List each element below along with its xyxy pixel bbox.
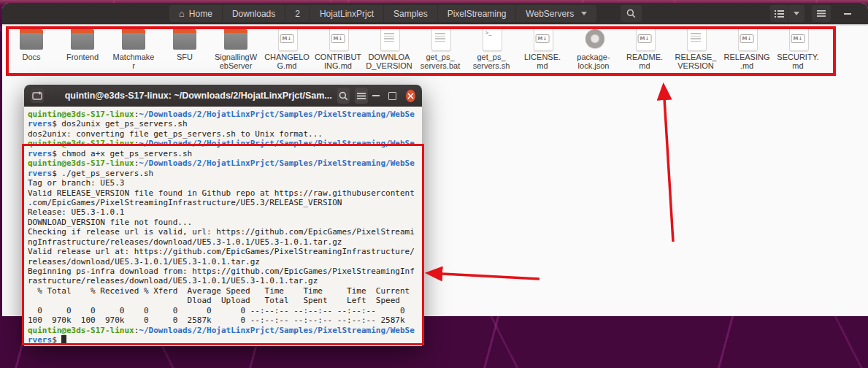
terminal-line: Checking if release url is valid, url: h…: [28, 227, 418, 237]
terminal-line: 0 0 0 0 0 0 0 0 --:--:-- --:--:-- --:--:…: [28, 306, 418, 315]
file-item-SECURITY.md[interactable]: M↓SECURITY. md: [772, 26, 823, 70]
file-item-RELEASING.md[interactable]: M↓RELEASING .md: [721, 26, 772, 70]
file-label: README. md: [619, 53, 670, 70]
terminal-line: rvers$ ./get_ps_servers.sh: [28, 169, 418, 178]
terminal-line: DOWNLOAD_VERSION file not found...: [28, 218, 418, 227]
close-icon: [407, 93, 414, 99]
text-file-icon: [426, 26, 455, 51]
terminal-title: quintin@e3ds-S17-linux: ~/Downloads/2/Ho…: [65, 91, 332, 101]
file-label: LICENSE. md: [517, 53, 568, 70]
home-icon: ⌂: [179, 9, 185, 18]
breadcrumb-label: WebServers: [526, 9, 574, 19]
minimize-icon: [844, 13, 851, 15]
file-label: get_ps_ servers.bat: [415, 53, 466, 70]
menu-icon: [817, 10, 826, 17]
markdown-badge: M↓: [740, 34, 754, 43]
file-label: get_ps_ servers.sh: [466, 53, 517, 70]
file-item-LICENSE.md[interactable]: M↓LICENSE. md: [517, 26, 568, 70]
terminal-line: 100 970k 100 970k 0 0 2587k 0 --:--:-- -…: [28, 315, 418, 325]
breadcrumb-item-samples[interactable]: Samples: [384, 5, 437, 22]
terminal-line: Valid release url at: https://github.com…: [28, 247, 418, 256]
markdown-file-icon: M↓: [528, 26, 557, 51]
text-file-icon: [375, 26, 404, 51]
file-grid: DocsFrontendMatchmake rSFUSignallingW eb…: [6, 26, 823, 70]
shell-file-icon: >_: [477, 26, 506, 51]
file-item-CONTRIBUTING.md[interactable]: M↓CONTRIBUT ING.md: [312, 26, 364, 70]
new-tab-icon: [32, 91, 42, 100]
markdown-badge: M↓: [280, 34, 294, 43]
file-item-get_ps_servers.sh[interactable]: >_get_ps_ servers.sh: [466, 26, 517, 70]
breadcrumb: ⌂HomeDownloads2HojatLinxPrjctSamplesPixe…: [169, 5, 596, 22]
file-item-Docs[interactable]: Docs: [6, 26, 57, 70]
terminal-line: quintin@e3ds-S17-linux:~/Downloads/2/Hoj…: [28, 110, 418, 119]
markdown-file-icon: M↓: [630, 26, 659, 51]
terminal-titlebar: quintin@e3ds-S17-linux: ~/Downloads/2/Ho…: [24, 85, 422, 107]
breadcrumb-item-2[interactable]: 2: [285, 5, 310, 22]
file-label: CONTRIBUT ING.md: [312, 53, 364, 70]
terminal-line: .com/EpicGames/PixelStreamingInfrastruct…: [28, 198, 418, 207]
search-button[interactable]: [621, 5, 642, 22]
file-item-RELEASE_VERSION[interactable]: RELEASE_ VERSION: [670, 26, 721, 70]
file-label: Matchmake r: [108, 53, 159, 70]
terminal-line: Dload Upload Total Spent Left Speed: [28, 296, 418, 305]
folder-icon: [119, 26, 148, 51]
terminal-line: Beginning ps-infra download from: https:…: [28, 267, 418, 276]
shell-badge: >_: [485, 30, 491, 36]
text-file-icon: [681, 26, 710, 51]
terminal-cursor: [61, 335, 66, 344]
file-item-Matchmaker[interactable]: Matchmake r: [108, 26, 159, 70]
markdown-file-icon: M↓: [783, 26, 813, 51]
window-maximize-button[interactable]: [864, 5, 868, 22]
menu-button[interactable]: [812, 5, 831, 22]
file-label: SignallingW ebServer: [210, 53, 261, 70]
file-label: Docs: [6, 53, 57, 62]
terminal-line: rvers$: [28, 335, 418, 345]
markdown-file-icon: M↓: [272, 26, 302, 51]
maximize-icon: [388, 92, 396, 100]
window-minimize-button[interactable]: [840, 5, 856, 22]
terminal-maximize-button[interactable]: [384, 88, 400, 104]
minimize-icon: [372, 95, 380, 96]
file-item-Frontend[interactable]: Frontend: [57, 26, 108, 70]
file-label: RELEASING .md: [721, 53, 772, 70]
terminal-output[interactable]: quintin@e3ds-S17-linux:~/Downloads/2/Hoj…: [24, 107, 422, 346]
terminal-window: quintin@e3ds-S17-linux: ~/Downloads/2/Ho…: [24, 85, 422, 346]
terminal-minimize-button[interactable]: [368, 88, 384, 104]
file-item-DOWNLOAD_VERSION[interactable]: DOWNLOA D_VERSION: [364, 26, 415, 70]
file-item-package-lock.json[interactable]: package- lock.json: [568, 26, 619, 70]
caret-down-icon: [581, 12, 587, 15]
new-tab-button[interactable]: [31, 88, 44, 103]
terminal-search-button[interactable]: [337, 88, 350, 104]
markdown-badge: M↓: [791, 34, 805, 43]
breadcrumb-label: Samples: [393, 9, 428, 19]
breadcrumb-item-home[interactable]: ⌂Home: [169, 5, 222, 22]
folder-icon: [170, 26, 199, 51]
search-icon: [626, 9, 636, 18]
terminal-line: Valid RELEASE_VERSION file found in Gith…: [28, 188, 418, 198]
file-item-SignallingWebServer[interactable]: SignallingW ebServer: [210, 26, 261, 70]
breadcrumb-item-downloads[interactable]: Downloads: [223, 5, 285, 22]
breadcrumb-label: Downloads: [232, 9, 275, 19]
terminal-line: quintin@e3ds-S17-linux:~/Downloads/2/Hoj…: [28, 139, 418, 148]
menu-icon: [357, 93, 366, 99]
terminal-line: rvers$ chmod a+x get_ps_servers.sh: [28, 149, 418, 158]
breadcrumb-label: 2: [295, 9, 300, 19]
terminal-close-button[interactable]: [406, 90, 415, 102]
terminal-line: Tag or branch: UE5.3: [28, 178, 418, 188]
file-label: package- lock.json: [568, 53, 619, 70]
list-view-icon: [775, 9, 784, 18]
file-item-CHANGELOG.md[interactable]: M↓CHANGELO G.md: [261, 26, 312, 70]
breadcrumb-item-hojatlinxprjct[interactable]: HojatLinxPrjct: [310, 5, 383, 22]
list-view-button[interactable]: [770, 5, 788, 22]
markdown-badge: M↓: [536, 34, 550, 43]
breadcrumb-item-webservers[interactable]: WebServers: [516, 5, 596, 22]
terminal-line: releases/download/UE5.3-1.0.1/UE5.3-1.0.…: [28, 257, 418, 267]
file-label: Frontend: [57, 53, 108, 62]
view-options-button[interactable]: [788, 5, 804, 22]
breadcrumb-item-pixelstreaming[interactable]: PixelStreaming: [438, 5, 516, 22]
file-item-README.md[interactable]: M↓README. md: [619, 26, 670, 70]
terminal-line: rvers$ dos2unix get_ps_servers.sh: [28, 119, 418, 129]
file-item-get_ps_servers.bat[interactable]: get_ps_ servers.bat: [415, 26, 466, 70]
terminal-menu-button[interactable]: [355, 88, 368, 104]
file-item-SFU[interactable]: SFU: [159, 26, 210, 70]
